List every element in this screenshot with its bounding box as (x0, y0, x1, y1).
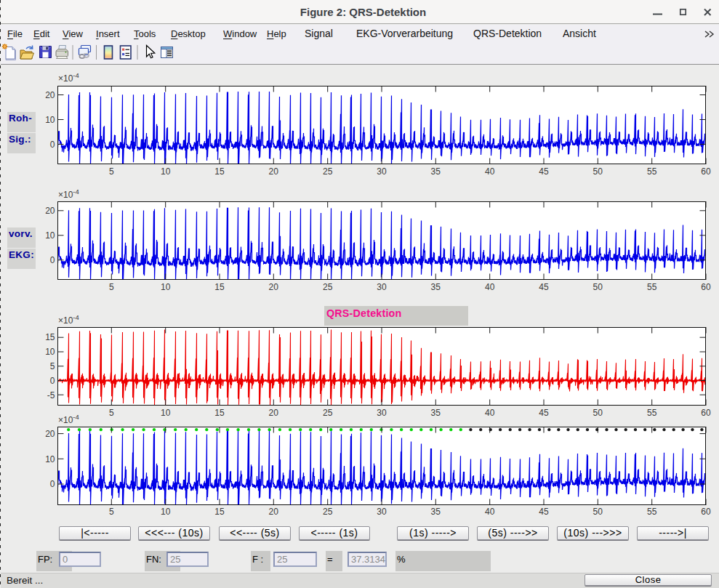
svg-text:×10-4: ×10-4 (58, 313, 79, 326)
svg-text:30: 30 (377, 507, 387, 517)
svg-text:45: 45 (539, 507, 549, 517)
svg-text:×10-4: ×10-4 (58, 188, 79, 200)
svg-text:45: 45 (539, 408, 549, 418)
svg-text:10: 10 (161, 507, 171, 517)
svg-text:×10-4: ×10-4 (58, 413, 79, 425)
svg-text:35: 35 (431, 507, 441, 517)
svg-text:25: 25 (323, 166, 333, 177)
svg-text:20: 20 (45, 429, 55, 439)
svg-text:20: 20 (269, 507, 279, 517)
svg-text:25: 25 (323, 282, 333, 292)
svg-text:5: 5 (50, 361, 55, 371)
svg-text:60: 60 (701, 282, 711, 292)
svg-text:20: 20 (45, 206, 55, 216)
svg-text:15: 15 (214, 166, 225, 177)
svg-text:10: 10 (161, 166, 171, 177)
svg-text:50: 50 (593, 408, 603, 418)
svg-text:15: 15 (45, 332, 55, 342)
svg-text:40: 40 (485, 282, 495, 292)
svg-text:40: 40 (485, 507, 495, 517)
svg-text:-5: -5 (47, 390, 55, 400)
svg-text:10: 10 (45, 347, 55, 357)
svg-text:20: 20 (269, 282, 279, 292)
svg-text:40: 40 (485, 408, 495, 418)
svg-text:25: 25 (323, 507, 333, 517)
svg-text:20: 20 (45, 90, 55, 100)
svg-text:15: 15 (214, 507, 225, 517)
svg-text:20: 20 (269, 166, 279, 177)
svg-text:55: 55 (647, 166, 657, 177)
svg-text:35: 35 (431, 166, 441, 177)
svg-text:10: 10 (45, 454, 55, 464)
svg-text:0: 0 (50, 376, 55, 386)
svg-text:25: 25 (323, 408, 333, 418)
svg-text:55: 55 (647, 282, 657, 292)
svg-text:10: 10 (161, 282, 171, 292)
svg-text:30: 30 (377, 166, 387, 177)
svg-text:45: 45 (539, 166, 549, 177)
svg-text:40: 40 (485, 166, 495, 177)
svg-text:5: 5 (109, 166, 114, 177)
svg-text:55: 55 (647, 408, 657, 418)
svg-text:60: 60 (701, 507, 711, 517)
svg-text:0: 0 (50, 255, 55, 265)
svg-text:60: 60 (701, 166, 711, 177)
svg-text:×10-4: ×10-4 (58, 71, 79, 84)
svg-text:0: 0 (50, 140, 55, 150)
svg-text:10: 10 (45, 115, 55, 125)
svg-text:45: 45 (539, 282, 549, 292)
svg-text:10: 10 (161, 408, 171, 418)
svg-text:35: 35 (431, 282, 441, 292)
svg-text:5: 5 (109, 408, 114, 418)
svg-text:20: 20 (269, 408, 279, 418)
svg-text:60: 60 (701, 408, 711, 418)
svg-text:50: 50 (593, 282, 603, 292)
svg-text:5: 5 (109, 507, 114, 517)
svg-text:5: 5 (109, 282, 114, 292)
svg-text:50: 50 (593, 166, 603, 177)
svg-text:15: 15 (214, 408, 225, 418)
svg-text:10: 10 (45, 230, 55, 241)
svg-text:50: 50 (593, 507, 603, 517)
svg-text:15: 15 (214, 282, 225, 292)
svg-text:0: 0 (50, 479, 55, 489)
svg-text:30: 30 (377, 282, 387, 292)
svg-text:30: 30 (377, 408, 387, 418)
svg-text:35: 35 (431, 408, 441, 418)
svg-text:55: 55 (647, 507, 657, 517)
